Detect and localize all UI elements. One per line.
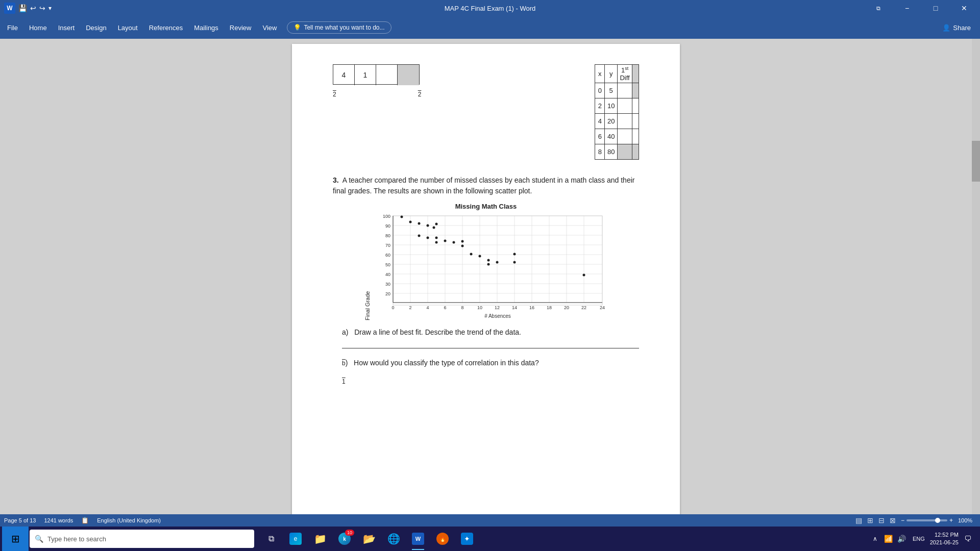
menu-review[interactable]: Review [225, 21, 257, 35]
table-row: 2 10 [595, 98, 639, 114]
svg-point-50 [433, 227, 435, 229]
minimize-button[interactable]: − [895, 0, 919, 16]
menu-references[interactable]: References [144, 21, 188, 35]
svg-text:50: 50 [385, 262, 390, 267]
up-arrow-icon[interactable]: ∧ [870, 533, 881, 544]
edge-icon-button[interactable]: e [284, 527, 307, 551]
svg-text:20: 20 [385, 291, 390, 296]
window-title: MAP 4C Final Exam (1) - Word [445, 5, 536, 12]
zoom-slider[interactable] [906, 519, 947, 521]
maximize-button[interactable]: □ [924, 0, 947, 16]
table-header-y: y [605, 65, 618, 83]
taskview-icon: ⧉ [268, 534, 274, 543]
svg-text:70: 70 [385, 243, 390, 248]
scrollbar-thumb[interactable] [972, 141, 980, 182]
tell-me-search[interactable]: 💡 Tell me what you want to do... [287, 21, 391, 34]
view-normal-icon[interactable]: ▤ [855, 516, 862, 524]
sys-icons: ∧ 📶 🔊 [870, 533, 908, 544]
cell-y-0: 5 [605, 83, 618, 98]
page-info: Page 5 of 13 [4, 517, 36, 523]
redo-icon[interactable]: ↪ [39, 4, 45, 12]
menu-mailings[interactable]: Mailings [189, 21, 224, 35]
restore-down-button[interactable]: ⧉ [867, 0, 890, 16]
sub-b-label: ) [346, 359, 352, 367]
customize-icon[interactable]: ▾ [48, 5, 52, 12]
cell-d2-0 [632, 83, 639, 98]
quick-save-icon[interactable]: 💾 [18, 4, 27, 12]
menu-design[interactable]: Design [81, 21, 111, 35]
sub-a-label: a) [342, 328, 352, 336]
cell-x-4: 8 [595, 144, 605, 160]
table-header-extra [632, 65, 639, 83]
word-icon: W [412, 533, 424, 545]
cell-d1-0 [618, 83, 632, 98]
orange-app-icon: 🔥 [436, 533, 449, 545]
cell-d1-4 [618, 144, 632, 160]
menu-layout[interactable]: Layout [113, 21, 143, 35]
folder-icon: 📁 [314, 533, 327, 545]
svg-text:12: 12 [495, 305, 500, 310]
table-row: 8 80 [595, 144, 639, 160]
view-layout-icon[interactable]: ⊞ [867, 516, 873, 524]
share-button[interactable]: 👤 Share [935, 21, 978, 34]
svg-point-65 [513, 253, 516, 256]
question-3-text: 3. A teacher compared the number of miss… [333, 175, 639, 196]
svg-point-49 [427, 224, 429, 227]
undo-icon[interactable]: ↩ [30, 4, 36, 12]
differences-table: x y 1stDiff 0 5 [595, 64, 639, 160]
question-3-section: 3. A teacher compared the number of miss… [333, 175, 639, 385]
menu-bar: File Home Insert Design Layout Reference… [0, 16, 980, 39]
chrome-button[interactable]: 🌐 [382, 527, 405, 551]
taskbar: ⊞ 🔍 Type here to search ⧉ e 📁 k 10 📂 [0, 527, 980, 551]
taskbar-search[interactable]: 🔍 Type here to search [30, 530, 254, 548]
scrollbar-vertical[interactable] [972, 39, 980, 514]
view-web-icon[interactable]: ⊟ [878, 516, 885, 524]
menu-file[interactable]: File [2, 21, 23, 35]
language-indicator[interactable]: ENG [911, 535, 927, 543]
zoom-level[interactable]: 100% [958, 517, 976, 523]
svg-point-58 [461, 240, 464, 243]
notification-button[interactable]: 🗨 [962, 533, 974, 545]
blue-app-button[interactable]: ✦ [455, 527, 479, 551]
word-taskbar-button[interactable]: W [406, 527, 430, 551]
network-icon[interactable]: 📶 [883, 533, 894, 544]
cell-d2-2 [632, 114, 639, 129]
speaker-icon[interactable]: 🔊 [896, 533, 908, 544]
title-bar-controls: ⧉ − □ ✕ [867, 0, 976, 16]
clock: 12:52 PM 2021-06-25 [930, 531, 959, 547]
svg-text:16: 16 [529, 305, 534, 310]
main-area: 4 1 2 2 x [0, 39, 980, 514]
chart-title: Missing Math Class [455, 203, 517, 210]
underline-row: 2 2 [333, 91, 421, 98]
cell-x-2: 4 [595, 114, 605, 129]
badge-10: 10 [345, 530, 354, 536]
start-button[interactable]: ⊞ [2, 527, 29, 551]
table-row: 4 20 [595, 114, 639, 129]
chrome-icon: 🌐 [387, 533, 400, 545]
kodi-button[interactable]: k 10 [333, 527, 356, 551]
folder-button[interactable]: 📂 [357, 527, 381, 551]
close-button[interactable]: ✕ [952, 0, 976, 16]
menu-insert[interactable]: Insert [53, 21, 80, 35]
zoom-out-icon[interactable]: − [901, 517, 904, 524]
status-bar: Page 5 of 13 1241 words 📋 English (Unite… [0, 514, 980, 527]
orange-app-button[interactable]: 🔥 [431, 527, 454, 551]
page-content: 4 1 2 2 x [292, 44, 680, 514]
proofread-icon[interactable]: 📋 [81, 517, 89, 524]
sub-question-b: b) How would you classify the type of co… [342, 359, 639, 367]
file-explorer-button[interactable]: 📁 [308, 527, 332, 551]
taskview-button[interactable]: ⧉ [259, 527, 283, 551]
view-read-icon[interactable]: ⊠ [890, 516, 896, 524]
cell-y-2: 20 [605, 114, 618, 129]
svg-point-48 [418, 222, 421, 225]
scatter-plot-svg: 100 90 80 70 60 50 40 30 20 0 2 [373, 213, 607, 320]
zoom-in-icon[interactable]: + [949, 517, 953, 524]
zoom-control[interactable]: − + [901, 517, 953, 524]
svg-point-56 [444, 240, 447, 242]
table-header-diff: 1stDiff [618, 65, 632, 83]
menu-view[interactable]: View [257, 21, 282, 35]
menu-home[interactable]: Home [24, 21, 52, 35]
language[interactable]: English (United Kingdom) [97, 517, 161, 523]
svg-text:20: 20 [564, 305, 569, 310]
fraction-cell-2 [376, 65, 398, 85]
